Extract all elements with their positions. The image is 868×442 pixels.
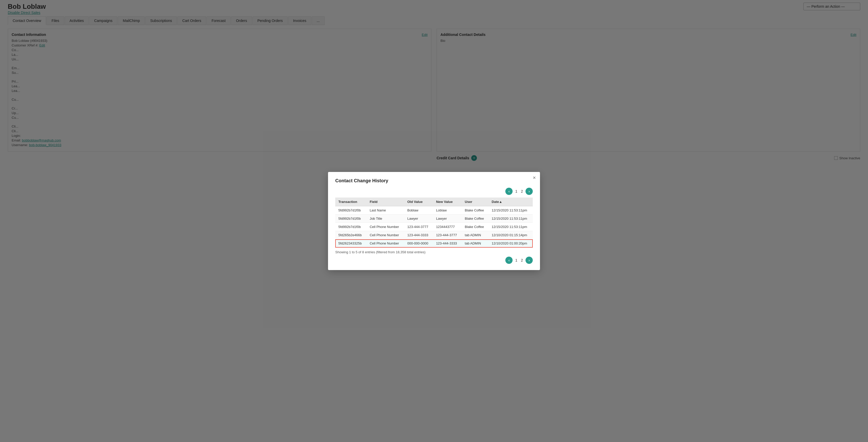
table-row: 5fd992b7d1f0bCell Phone Number123-444-37… (335, 223, 533, 231)
cell-1: Cell Phone Number (367, 231, 404, 239)
cell-0: 5fd992b7d1f0b (335, 223, 367, 231)
page-2-bottom[interactable]: 2 (520, 258, 524, 263)
modal-dialog: × Contact Change History ‹ 1 2 › Transac… (328, 172, 540, 270)
cell-0: 5fd262343325b (335, 239, 367, 247)
cell-3: 1234443777 (433, 223, 462, 231)
table-row: 5fd992b7d1f0bLast NameBoblawLoblawBlake … (335, 206, 533, 214)
cell-1: Job Title (367, 214, 404, 223)
table-row: 5fd265b2e466bCell Phone Number123-444-33… (335, 231, 533, 239)
cell-4: Blake Coffee (462, 206, 489, 214)
cell-3: Loblaw (433, 206, 462, 214)
cell-4: tab ADMIN (462, 231, 489, 239)
col-transaction: Transaction (335, 198, 367, 206)
cell-4: tab ADMIN (462, 239, 489, 247)
next-page-button-top[interactable]: › (526, 188, 533, 195)
cell-0: 5fd265b2e466b (335, 231, 367, 239)
cell-5: 12/10/2020 01:15:14pm (489, 231, 533, 239)
next-page-button-bottom[interactable]: › (526, 257, 533, 264)
cell-3: Lawyer (433, 214, 462, 223)
page-1-top[interactable]: 1 (514, 189, 518, 194)
pagination-bottom: ‹ 1 2 › (335, 257, 533, 264)
col-field: Field (367, 198, 404, 206)
showing-text: Showing 1 to 5 of 8 entries (filtered fr… (335, 250, 533, 254)
change-history-table: Transaction Field Old Value New Value Us… (335, 198, 533, 247)
modal-overlay: × Contact Change History ‹ 1 2 › Transac… (0, 0, 868, 442)
cell-2: Boblaw (404, 206, 433, 214)
col-date: Date▲ (489, 198, 533, 206)
table-row: 5fd992b7d1f0bJob TitleLawyerLawyerBlake … (335, 214, 533, 223)
cell-1: Cell Phone Number (367, 223, 404, 231)
cell-2: 123-444-3333 (404, 231, 433, 239)
table-header-row: Transaction Field Old Value New Value Us… (335, 198, 533, 206)
cell-0: 5fd992b7d1f0b (335, 214, 367, 223)
cell-4: Blake Coffee (462, 223, 489, 231)
page-2-top[interactable]: 2 (520, 189, 524, 194)
cell-4: Blake Coffee (462, 214, 489, 223)
col-old-value: Old Value (404, 198, 433, 206)
cell-2: 123-444-3777 (404, 223, 433, 231)
cell-5: 12/10/2020 01:00:20pm (489, 239, 533, 247)
cell-1: Cell Phone Number (367, 239, 404, 247)
modal-close-button[interactable]: × (533, 175, 536, 180)
page-1-bottom[interactable]: 1 (514, 258, 518, 263)
cell-5: 12/15/2020 11:53:11pm (489, 206, 533, 214)
prev-page-button-top[interactable]: ‹ (505, 188, 513, 195)
cell-5: 12/15/2020 11:53:11pm (489, 214, 533, 223)
col-new-value: New Value (433, 198, 462, 206)
cell-2: Lawyer (404, 214, 433, 223)
cell-1: Last Name (367, 206, 404, 214)
modal-title: Contact Change History (335, 178, 533, 183)
cell-0: 5fd992b7d1f0b (335, 206, 367, 214)
table-row: 5fd262343325bCell Phone Number000-000-00… (335, 239, 533, 247)
cell-5: 12/15/2020 11:53:11pm (489, 223, 533, 231)
prev-page-button-bottom[interactable]: ‹ (505, 257, 513, 264)
pagination-top: ‹ 1 2 › (335, 188, 533, 195)
cell-3: 123-444-3777 (433, 231, 462, 239)
cell-3: 123-444-3333 (433, 239, 462, 247)
col-user: User (462, 198, 489, 206)
cell-2: 000-000-0000 (404, 239, 433, 247)
